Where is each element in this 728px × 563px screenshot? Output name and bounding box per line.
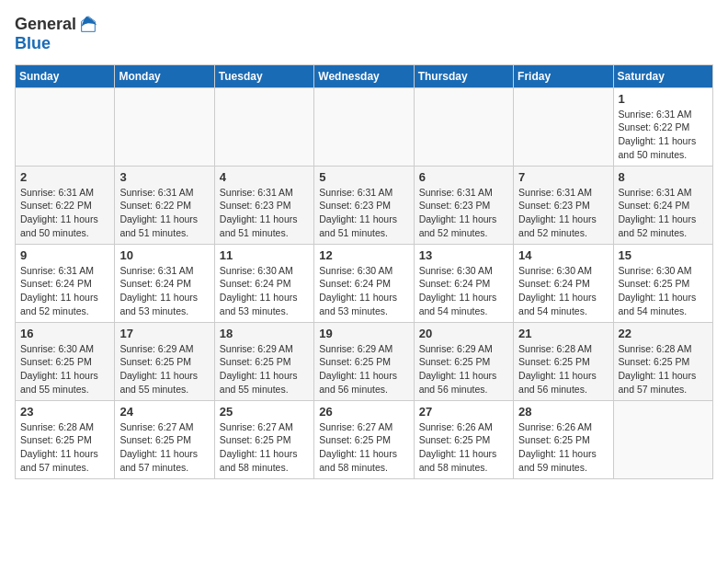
day-info: Sunrise: 6:31 AMSunset: 6:23 PMDaylight:… [419,186,508,240]
calendar-cell: 21Sunrise: 6:28 AMSunset: 6:25 PMDayligh… [514,322,613,400]
calendar-cell: 27Sunrise: 6:26 AMSunset: 6:25 PMDayligh… [414,400,513,478]
day-number: 17 [119,327,209,340]
day-number: 24 [119,405,209,419]
calendar-body: 1Sunrise: 6:31 AMSunset: 6:22 PMDaylight… [16,87,713,478]
calendar-cell: 8Sunrise: 6:31 AMSunset: 6:24 PMDaylight… [613,166,712,244]
calendar-cell: 6Sunrise: 6:31 AMSunset: 6:23 PMDaylight… [414,166,513,244]
day-number: 9 [20,248,109,262]
day-info: Sunrise: 6:30 AMSunset: 6:24 PMDaylight:… [518,264,608,318]
calendar-table: SundayMondayTuesdayWednesdayThursdayFrid… [15,64,713,479]
calendar-cell: 15Sunrise: 6:30 AMSunset: 6:25 PMDayligh… [613,244,712,322]
calendar-cell [314,87,414,166]
day-info: Sunrise: 6:30 AMSunset: 6:25 PMDaylight:… [20,342,109,396]
day-info: Sunrise: 6:29 AMSunset: 6:25 PMDaylight:… [119,342,209,396]
calendar-week-row: 23Sunrise: 6:28 AMSunset: 6:25 PMDayligh… [16,400,713,478]
calendar-cell: 26Sunrise: 6:27 AMSunset: 6:25 PMDayligh… [314,400,414,478]
calendar-week-row: 16Sunrise: 6:30 AMSunset: 6:25 PMDayligh… [16,322,713,400]
day-number: 11 [220,248,309,262]
day-number: 6 [419,170,508,184]
day-info: Sunrise: 6:28 AMSunset: 6:25 PMDaylight:… [20,420,109,475]
day-info: Sunrise: 6:31 AMSunset: 6:22 PMDaylight:… [20,186,109,240]
calendar-cell: 25Sunrise: 6:27 AMSunset: 6:25 PMDayligh… [214,400,313,478]
day-number: 25 [220,405,309,419]
day-info: Sunrise: 6:27 AMSunset: 6:25 PMDaylight:… [119,420,209,475]
day-info: Sunrise: 6:31 AMSunset: 6:24 PMDaylight:… [20,264,109,318]
calendar-cell [214,87,313,166]
calendar-cell: 5Sunrise: 6:31 AMSunset: 6:23 PMDaylight… [314,166,414,244]
calendar-cell: 10Sunrise: 6:31 AMSunset: 6:24 PMDayligh… [115,244,214,322]
day-info: Sunrise: 6:29 AMSunset: 6:25 PMDaylight:… [419,342,508,396]
calendar-cell: 11Sunrise: 6:30 AMSunset: 6:24 PMDayligh… [214,244,313,322]
day-number: 8 [619,170,708,184]
calendar-cell: 24Sunrise: 6:27 AMSunset: 6:25 PMDayligh… [115,400,214,478]
day-info: Sunrise: 6:28 AMSunset: 6:25 PMDaylight:… [518,342,608,396]
day-info: Sunrise: 6:31 AMSunset: 6:23 PMDaylight:… [518,186,608,240]
calendar-week-row: 1Sunrise: 6:31 AMSunset: 6:22 PMDaylight… [16,87,713,166]
calendar-cell: 14Sunrise: 6:30 AMSunset: 6:24 PMDayligh… [514,244,613,322]
day-info: Sunrise: 6:29 AMSunset: 6:25 PMDaylight:… [220,342,309,396]
calendar-cell: 17Sunrise: 6:29 AMSunset: 6:25 PMDayligh… [115,322,214,400]
day-info: Sunrise: 6:31 AMSunset: 6:22 PMDaylight:… [119,186,209,240]
calendar-week-row: 9Sunrise: 6:31 AMSunset: 6:24 PMDaylight… [16,244,713,322]
weekday-header: Friday [514,64,613,87]
weekday-header: Sunday [16,64,115,87]
day-number: 21 [518,327,608,340]
calendar-cell: 22Sunrise: 6:28 AMSunset: 6:25 PMDayligh… [613,322,712,400]
weekday-header: Wednesday [314,64,414,87]
day-number: 18 [220,327,309,340]
day-info: Sunrise: 6:26 AMSunset: 6:25 PMDaylight:… [419,420,508,475]
day-info: Sunrise: 6:30 AMSunset: 6:24 PMDaylight:… [319,264,408,318]
day-number: 22 [619,327,708,340]
weekday-header: Thursday [414,64,513,87]
calendar-cell [414,87,513,166]
calendar-cell: 9Sunrise: 6:31 AMSunset: 6:24 PMDaylight… [16,244,115,322]
calendar-cell: 3Sunrise: 6:31 AMSunset: 6:22 PMDaylight… [115,166,214,244]
day-number: 23 [20,405,109,419]
day-number: 5 [319,170,408,184]
day-info: Sunrise: 6:28 AMSunset: 6:25 PMDaylight:… [619,342,708,396]
calendar-cell: 18Sunrise: 6:29 AMSunset: 6:25 PMDayligh… [214,322,313,400]
weekday-header-row: SundayMondayTuesdayWednesdayThursdayFrid… [16,64,713,87]
day-number: 12 [319,248,408,262]
day-number: 7 [518,170,608,184]
day-number: 3 [119,170,209,184]
calendar-week-row: 2Sunrise: 6:31 AMSunset: 6:22 PMDaylight… [16,166,713,244]
day-number: 13 [419,248,508,262]
calendar-cell: 4Sunrise: 6:31 AMSunset: 6:23 PMDaylight… [214,166,313,244]
calendar-cell: 1Sunrise: 6:31 AMSunset: 6:22 PMDaylight… [613,87,712,166]
calendar-cell [514,87,613,166]
day-info: Sunrise: 6:30 AMSunset: 6:25 PMDaylight:… [619,264,708,318]
day-info: Sunrise: 6:30 AMSunset: 6:24 PMDaylight:… [220,264,309,318]
calendar-cell [115,87,214,166]
day-number: 27 [419,405,508,419]
calendar-cell: 2Sunrise: 6:31 AMSunset: 6:22 PMDaylight… [16,166,115,244]
calendar-cell: 20Sunrise: 6:29 AMSunset: 6:25 PMDayligh… [414,322,513,400]
day-number: 1 [619,92,708,106]
logo-general: General [15,16,76,34]
day-number: 2 [20,170,109,184]
calendar-cell: 13Sunrise: 6:30 AMSunset: 6:24 PMDayligh… [414,244,513,322]
day-number: 16 [20,327,109,340]
day-number: 15 [619,248,708,262]
weekday-header: Saturday [613,64,712,87]
day-info: Sunrise: 6:27 AMSunset: 6:25 PMDaylight:… [220,420,309,475]
day-info: Sunrise: 6:27 AMSunset: 6:25 PMDaylight:… [319,420,408,475]
calendar-cell [613,400,712,478]
day-info: Sunrise: 6:31 AMSunset: 6:23 PMDaylight:… [319,186,408,240]
day-number: 19 [319,327,408,340]
weekday-header: Tuesday [214,64,313,87]
day-number: 20 [419,327,508,340]
logo: General Blue [15,15,98,53]
day-info: Sunrise: 6:31 AMSunset: 6:24 PMDaylight:… [619,186,708,240]
calendar-cell: 28Sunrise: 6:26 AMSunset: 6:25 PMDayligh… [514,400,613,478]
day-number: 10 [119,248,209,262]
day-info: Sunrise: 6:31 AMSunset: 6:22 PMDaylight:… [619,108,708,162]
day-info: Sunrise: 6:31 AMSunset: 6:24 PMDaylight:… [119,264,209,318]
day-number: 14 [518,248,608,262]
day-info: Sunrise: 6:26 AMSunset: 6:25 PMDaylight:… [518,420,608,475]
weekday-header: Monday [115,64,214,87]
calendar-cell: 7Sunrise: 6:31 AMSunset: 6:23 PMDaylight… [514,166,613,244]
calendar-cell: 19Sunrise: 6:29 AMSunset: 6:25 PMDayligh… [314,322,414,400]
calendar-cell [16,87,115,166]
logo-blue: Blue [15,34,51,52]
